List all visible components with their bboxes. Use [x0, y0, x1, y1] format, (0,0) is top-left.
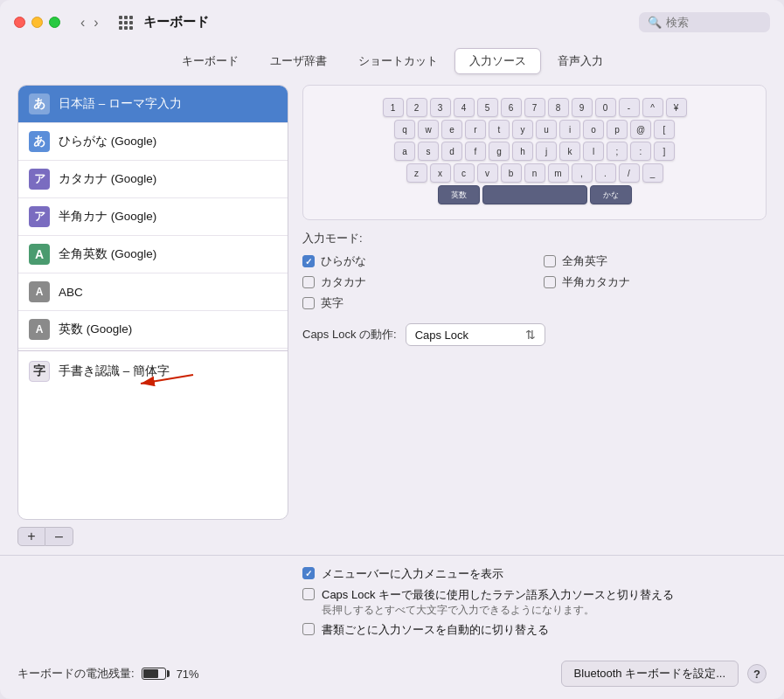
- key-j[interactable]: j: [536, 142, 557, 161]
- list-item[interactable]: 字 手書き認識 – 簡体字: [18, 353, 288, 390]
- key-4[interactable]: 4: [454, 98, 475, 117]
- caps-lock-switch-label: Caps Lock キーで最後に使用したラテン語系入力ソースと切り替える: [322, 587, 674, 603]
- tab-shortcuts[interactable]: ショートカット: [343, 48, 453, 74]
- checkbox-show-menu[interactable]: [302, 567, 315, 579]
- tab-user-dict[interactable]: ユーザ辞書: [255, 48, 342, 74]
- key-9[interactable]: 9: [572, 98, 593, 117]
- mode-katakana-label: カタカナ: [321, 274, 366, 290]
- input-mode-label: 入力モード:: [302, 231, 767, 246]
- key-f[interactable]: f: [465, 142, 486, 161]
- key-b[interactable]: b: [501, 163, 522, 183]
- key-underscore[interactable]: _: [642, 163, 663, 183]
- battery-body: [142, 668, 166, 680]
- key-m[interactable]: m: [548, 163, 569, 183]
- remove-button[interactable]: –: [45, 527, 73, 546]
- key-1[interactable]: 1: [383, 98, 404, 117]
- key-l[interactable]: l: [583, 142, 604, 161]
- window: ‹ › キーボード 🔍 キーボード ユーザ辞書 ショートカット 入力ソース 音声…: [0, 0, 784, 699]
- key-at[interactable]: @: [630, 120, 651, 139]
- checkbox-zenkaku[interactable]: [544, 255, 556, 267]
- key-period[interactable]: .: [595, 163, 616, 183]
- forward-button[interactable]: ›: [91, 15, 101, 31]
- checkbox-hankaku[interactable]: [544, 276, 556, 288]
- key-kana[interactable]: かな: [590, 185, 632, 204]
- list-item[interactable]: あ ひらがな (Google): [18, 123, 288, 161]
- key-x[interactable]: x: [430, 163, 451, 183]
- key-comma[interactable]: ,: [572, 163, 593, 183]
- key-eisuu[interactable]: 英数: [438, 185, 480, 204]
- key-bracket[interactable]: [: [654, 120, 675, 139]
- list-item[interactable]: A ABC: [18, 273, 288, 311]
- show-menu-label: メニューバーに入力メニューを表示: [322, 566, 503, 582]
- checkbox-eisuu[interactable]: [302, 297, 315, 309]
- key-p[interactable]: p: [607, 120, 628, 139]
- grid-icon[interactable]: [119, 16, 133, 30]
- bottom-check-show-menu: メニューバーに入力メニューを表示: [302, 566, 767, 582]
- battery-tip: [167, 670, 170, 677]
- checkbox-auto-switch[interactable]: [302, 623, 315, 635]
- add-button[interactable]: +: [17, 527, 45, 546]
- key-5[interactable]: 5: [477, 98, 498, 117]
- mode-zenkaku-label: 全角英字: [562, 253, 607, 269]
- key-z[interactable]: z: [406, 163, 427, 183]
- key-6[interactable]: 6: [501, 98, 522, 117]
- key-semi[interactable]: ;: [607, 142, 628, 161]
- key-r[interactable]: r: [465, 120, 486, 139]
- tab-keyboard[interactable]: キーボード: [167, 48, 253, 74]
- key-c[interactable]: c: [454, 163, 475, 183]
- list-item-label: 英数 (Google): [59, 322, 132, 337]
- input-icon: A: [29, 281, 50, 302]
- key-o[interactable]: o: [583, 120, 604, 139]
- key-slash[interactable]: /: [619, 163, 640, 183]
- key-2[interactable]: 2: [406, 98, 427, 117]
- help-button[interactable]: ?: [747, 664, 767, 683]
- key-bracket-r[interactable]: ]: [654, 142, 675, 161]
- key-0[interactable]: 0: [595, 98, 616, 117]
- checkbox-hiragana[interactable]: [302, 255, 315, 267]
- list-item[interactable]: あ 日本語 – ローマ字入力: [18, 86, 288, 123]
- key-yen[interactable]: ¥: [666, 98, 687, 117]
- minimize-button[interactable]: [31, 17, 43, 28]
- zoom-button[interactable]: [49, 17, 60, 28]
- key-n[interactable]: n: [524, 163, 545, 183]
- key-space[interactable]: [482, 185, 587, 204]
- key-s[interactable]: s: [418, 142, 439, 161]
- key-t[interactable]: t: [489, 120, 510, 139]
- key-3[interactable]: 3: [430, 98, 451, 117]
- key-7[interactable]: 7: [524, 98, 545, 117]
- list-item[interactable]: A 全角英数 (Google): [18, 236, 288, 273]
- key-i[interactable]: i: [559, 120, 580, 139]
- list-item[interactable]: ア カタカナ (Google): [18, 161, 288, 198]
- caps-lock-dropdown[interactable]: Caps Lock ⇅: [406, 323, 545, 346]
- key-caret[interactable]: ^: [642, 98, 663, 117]
- search-box[interactable]: 🔍: [639, 12, 770, 32]
- mode-grid: ひらがな 全角英字 カタカナ 半角カタカナ: [302, 253, 767, 311]
- search-input[interactable]: [666, 16, 762, 29]
- tab-voice-input[interactable]: 音声入力: [543, 48, 618, 74]
- key-k[interactable]: k: [559, 142, 580, 161]
- tab-input-source[interactable]: 入力ソース: [454, 48, 541, 74]
- list-item[interactable]: A 英数 (Google): [18, 311, 288, 349]
- key-q[interactable]: q: [394, 120, 415, 139]
- key-e[interactable]: e: [441, 120, 462, 139]
- checkbox-katakana[interactable]: [302, 276, 315, 288]
- key-g[interactable]: g: [489, 142, 510, 161]
- key-v[interactable]: v: [477, 163, 498, 183]
- key-8[interactable]: 8: [548, 98, 569, 117]
- key-d[interactable]: d: [441, 142, 462, 161]
- checkbox-caps-lock-switch[interactable]: [302, 588, 315, 600]
- titlebar: ‹ › キーボード 🔍: [0, 0, 784, 41]
- key-h[interactable]: h: [512, 142, 533, 161]
- list-item[interactable]: ア 半角カナ (Google): [18, 198, 288, 236]
- bluetooth-button[interactable]: Bluetooth キーボードを設定...: [561, 661, 739, 687]
- key-w[interactable]: w: [418, 120, 439, 139]
- key-minus[interactable]: -: [619, 98, 640, 117]
- key-a[interactable]: a: [394, 142, 415, 161]
- key-u[interactable]: u: [536, 120, 557, 139]
- close-button[interactable]: [14, 17, 25, 28]
- back-button[interactable]: ‹: [78, 15, 87, 31]
- tabs-row: キーボード ユーザ辞書 ショートカット 入力ソース 音声入力: [0, 41, 784, 85]
- left-panel: あ 日本語 – ローマ字入力 あ ひらがな (Google) ア カタカナ (G…: [17, 85, 288, 546]
- key-colon[interactable]: :: [630, 142, 651, 161]
- key-y[interactable]: y: [512, 120, 533, 139]
